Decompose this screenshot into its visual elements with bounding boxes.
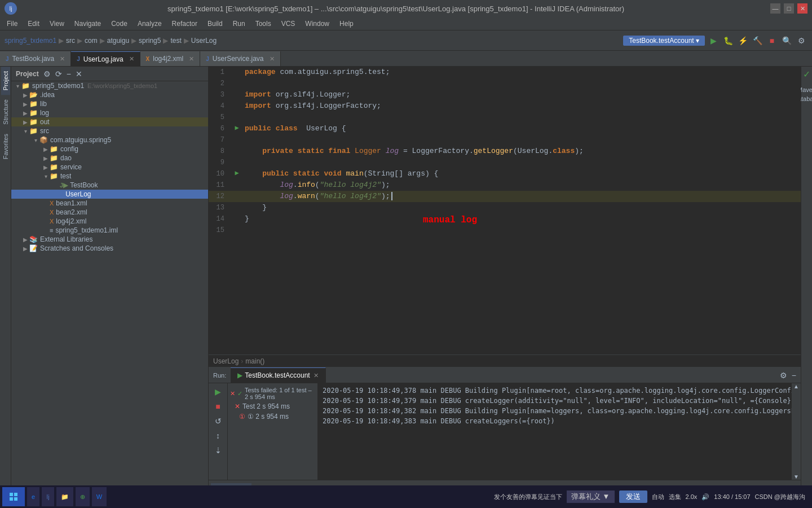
coverage-button[interactable]: ⚡ — [736, 34, 749, 47]
breadcrumb-com[interactable]: com — [85, 37, 98, 45]
breadcrumb-test[interactable]: test — [170, 37, 181, 45]
expand-arrow[interactable]: ▶ — [21, 246, 29, 252]
taskbar-word[interactable]: W — [92, 487, 107, 506]
tab-log4j2-close[interactable]: ✕ — [189, 55, 194, 63]
settings-button[interactable]: ⚙ — [795, 34, 807, 47]
run-rerun-button[interactable]: ▶ — [212, 386, 224, 398]
menu-refactor[interactable]: Refactor — [167, 19, 202, 29]
tree-test-folder[interactable]: ▾ 📁 test — [11, 172, 208, 181]
taskbar-intellij[interactable]: Ij — [42, 487, 54, 506]
breadcrumb-src[interactable]: src — [66, 37, 75, 45]
tree-bean2[interactable]: X bean2.xml — [11, 208, 208, 217]
send-button[interactable]: 发送 — [619, 491, 647, 503]
tree-scratches[interactable]: ▶ 📝 Scratches and Consoles — [11, 244, 208, 253]
maximize-button[interactable]: □ — [784, 3, 794, 14]
left-tab-favorites[interactable]: Favorites — [1, 129, 10, 164]
run-stop-button[interactable]: ■ — [212, 400, 224, 413]
bc-main[interactable]: main() — [245, 357, 264, 365]
tree-out[interactable]: ▶ 📁 out — [11, 117, 208, 126]
tree-dao[interactable]: ▶ 📁 dao — [11, 154, 208, 163]
expand-arrow[interactable]: ▶ — [21, 110, 29, 116]
menu-analyze[interactable]: Analyze — [133, 19, 166, 29]
expand-arrow[interactable]: ▶ — [21, 119, 29, 125]
tree-idea[interactable]: ▶ 📂 .idea — [11, 90, 208, 99]
tree-com-atguigu[interactable]: ▾ 📦 com.atguigu.spring5 — [11, 135, 208, 144]
expand-arrow[interactable]: ▾ — [42, 173, 50, 179]
panel-settings-icon[interactable]: ⚙ — [43, 69, 51, 78]
panel-close-icon[interactable]: ✕ — [76, 69, 82, 78]
run-rerun-failed-button[interactable]: ↺ — [212, 415, 224, 427]
window-controls[interactable]: — □ ✕ — [770, 3, 807, 14]
close-button[interactable]: ✕ — [797, 3, 807, 14]
tab-userservice-close[interactable]: ✕ — [270, 55, 275, 63]
expand-arrow[interactable]: ▶ — [42, 155, 50, 161]
menu-view[interactable]: View — [45, 19, 69, 29]
tree-src[interactable]: ▾ 📁 src — [11, 126, 208, 135]
tree-iml[interactable]: ≡ spring5_txdemo1.iml — [11, 226, 208, 235]
left-tab-project[interactable]: Project — [1, 67, 10, 95]
minimize-button[interactable]: — — [770, 3, 780, 14]
danmu-dropdown[interactable]: 弹幕礼义 ▼ — [567, 491, 615, 503]
expand-arrow[interactable]: ▶ — [42, 146, 50, 152]
expand-arrow[interactable]: ▶ — [21, 101, 29, 107]
run-collapse-icon[interactable]: − — [792, 371, 796, 380]
tree-service[interactable]: ▶ 📁 service — [11, 163, 208, 172]
start-button[interactable] — [2, 487, 25, 506]
run-sort-button[interactable]: ↕ — [212, 430, 224, 442]
breadcrumb-spring5[interactable]: spring5 — [139, 37, 161, 45]
expand-arrow[interactable]: ▾ — [14, 83, 21, 89]
tab-userlog[interactable]: J UserLog.java ✕ — [71, 51, 140, 66]
run-button[interactable]: ▶ — [707, 34, 720, 47]
test-item[interactable]: ✕ Test 2 s 954 ms — [235, 401, 315, 411]
run-scroll-button[interactable]: ⇣ — [212, 444, 224, 457]
stop-button[interactable]: ■ — [766, 34, 778, 47]
bc-userlog[interactable]: UserLog — [213, 357, 239, 365]
expand-arrow[interactable]: ▶ — [42, 164, 50, 170]
menu-build[interactable]: Build — [203, 19, 227, 29]
search-toolbar-button[interactable]: 🔍 — [780, 34, 793, 47]
tree-bean1[interactable]: X bean1.xml — [11, 199, 208, 208]
menu-navigate[interactable]: Navigate — [70, 19, 105, 29]
menu-vcs[interactable]: VCS — [277, 19, 300, 29]
menu-file[interactable]: File — [2, 19, 22, 29]
tab-testbook[interactable]: J TestBook.java ✕ — [0, 51, 71, 66]
tree-lib[interactable]: ▶ 📁 lib — [11, 99, 208, 108]
tab-log4j2[interactable]: X log4j2.xml ✕ — [140, 51, 201, 66]
run-tab-testbook[interactable]: ▶ TestBook.testAccount ✕ — [231, 367, 325, 383]
menu-tools[interactable]: Tools — [251, 19, 276, 29]
left-tab-structure[interactable]: Structure — [1, 95, 10, 129]
tree-spring5-txdemo1[interactable]: ▾ 📁 spring5_txdemo1 E:\work\spring5_txde… — [11, 81, 208, 90]
menu-run[interactable]: Run — [228, 19, 250, 29]
expand-arrow[interactable]: ▾ — [21, 128, 29, 134]
expand-arrow[interactable]: ▶ — [21, 237, 29, 243]
tree-log4j2[interactable]: X log4j2.xml — [11, 217, 208, 226]
log-scrollbar[interactable]: ▲ ▼ — [792, 383, 801, 480]
expand-arrow[interactable]: ▾ — [32, 137, 39, 143]
menu-window[interactable]: Window — [301, 19, 334, 29]
expand-arrow[interactable]: ▶ — [21, 92, 29, 98]
test-sub-item[interactable]: ① ① 2 s 954 ms — [239, 411, 315, 422]
breadcrumb-atguigu[interactable]: atguigu — [107, 37, 129, 45]
run-settings-icon[interactable]: ⚙ — [780, 371, 787, 380]
menu-edit[interactable]: Edit — [23, 19, 44, 29]
tree-testbook-file[interactable]: J▶ TestBook — [11, 181, 208, 190]
tree-userlog-file[interactable]: J UserLog — [11, 190, 208, 199]
taskbar-chrome[interactable]: ⊕ — [76, 487, 90, 506]
tree-config[interactable]: ▶ 📁 config — [11, 144, 208, 154]
run-config-selector[interactable]: TestBook.testAccount ▾ — [623, 36, 705, 46]
run-tab-close[interactable]: ✕ — [314, 372, 319, 379]
tree-external-libs[interactable]: ▶ 📚 External Libraries — [11, 235, 208, 244]
tab-userlog-close[interactable]: ✕ — [129, 55, 134, 63]
breadcrumb-project[interactable]: spring5_txdemo1 — [5, 37, 56, 45]
code-editor[interactable]: 1 package com.atguigu.spring5.test; 2 3 … — [209, 67, 801, 354]
menu-code[interactable]: Code — [107, 19, 132, 29]
menu-help[interactable]: Help — [335, 19, 358, 29]
debug-button[interactable]: 🐛 — [722, 34, 734, 47]
tab-testbook-close[interactable]: ✕ — [60, 55, 65, 63]
tree-log[interactable]: ▶ 📁 log — [11, 108, 208, 117]
taskbar-explorer[interactable]: 📁 — [56, 487, 73, 506]
breadcrumb-userlog[interactable]: UserLog — [191, 37, 217, 45]
build-button[interactable]: 🔨 — [751, 34, 764, 47]
tab-userservice[interactable]: J UserService.java ✕ — [200, 51, 280, 66]
panel-collapse-icon[interactable]: − — [67, 69, 71, 78]
